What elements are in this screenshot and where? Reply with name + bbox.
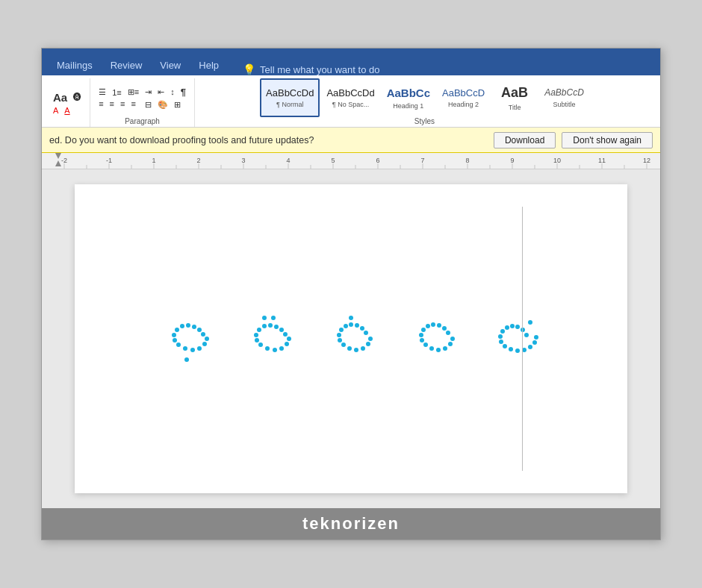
style-nospace-label: ¶ No Spac...	[332, 101, 369, 108]
svg-point-48	[510, 324, 515, 328]
arabic-letter-ta	[239, 301, 299, 376]
notification-bar: ed. Do you want to download proofing too…	[42, 128, 660, 153]
svg-point-78	[355, 323, 359, 328]
svg-point-58	[532, 340, 537, 345]
styles-scroll-area: AaBbCcDd ¶ Normal AaBbCcDd ¶ No Spac... …	[260, 78, 589, 117]
svg-text:4: 4	[286, 157, 290, 164]
svg-point-68	[420, 338, 424, 343]
shading-btn[interactable]: 🎨	[155, 99, 170, 110]
svg-point-111	[175, 328, 179, 332]
svg-point-115	[183, 346, 187, 351]
watermark-text: teknorizen	[302, 514, 400, 533]
dont-show-again-button[interactable]: Don't show again	[562, 132, 653, 148]
svg-text:7: 7	[420, 157, 424, 164]
style-h1-label: Heading 1	[393, 102, 423, 110]
svg-point-45	[524, 333, 529, 337]
justify-btn[interactable]: ≡	[128, 98, 137, 109]
indent-group-btn[interactable]: ⊟	[143, 99, 154, 110]
notification-text: ed. Do you want to download proofing too…	[49, 135, 488, 146]
numbering-btn[interactable]: 1≡	[110, 87, 124, 98]
arabic-letter-ta-svg	[239, 301, 299, 376]
svg-point-65	[426, 324, 430, 328]
multilevel-btn[interactable]: ⊞≡	[125, 87, 141, 98]
svg-point-73	[448, 342, 453, 346]
ribbon-toolbar: Aa 🅐 A A ☰ 1≡ ⊞≡	[42, 75, 660, 128]
tab-review[interactable]: Review	[102, 55, 152, 75]
svg-text:12: 12	[643, 157, 650, 164]
svg-point-47	[515, 325, 520, 329]
svg-text:-1: -1	[106, 157, 112, 164]
font-color-btn[interactable]: A	[62, 105, 72, 116]
spacing-row: ⊟ 🎨 ⊞	[143, 99, 188, 110]
group-styles: AaBbCcDd ¶ Normal AaBbCcDd ¶ No Spac... …	[198, 78, 654, 127]
svg-rect-1	[42, 169, 660, 169]
svg-point-54	[509, 347, 513, 351]
clear-format-btn[interactable]: 🅐	[71, 92, 84, 102]
svg-point-119	[205, 337, 209, 341]
svg-point-90	[262, 316, 267, 320]
font-row-2: A A	[51, 105, 84, 116]
align-left-btn[interactable]: ≡	[96, 98, 105, 109]
indent-row-1: ⇥ ⇤ ↕ ¶	[143, 86, 188, 98]
rtl-btn[interactable]: ⇤	[155, 87, 167, 98]
bullets-btn[interactable]: ☰	[96, 87, 108, 98]
arabic-letter-ba-svg	[157, 301, 217, 376]
svg-point-120	[184, 357, 189, 362]
svg-point-105	[287, 337, 291, 341]
style-title-label: Title	[509, 104, 521, 111]
svg-point-83	[338, 338, 342, 343]
watermark-bar: teknorizen	[42, 508, 660, 539]
style-h1[interactable]: AaBbCc Heading 1	[382, 78, 435, 117]
show-hide-btn[interactable]: ¶	[178, 86, 188, 98]
svg-point-95	[268, 323, 273, 328]
tab-mailings[interactable]: Mailings	[48, 55, 102, 75]
tell-me-bar[interactable]: 💡 Tell me what you want to do	[243, 63, 379, 75]
align-right-btn[interactable]: ≡	[118, 98, 127, 109]
highlight-btn[interactable]: A	[51, 105, 60, 116]
svg-text:6: 6	[376, 157, 379, 164]
svg-text:9: 9	[510, 157, 514, 164]
align-center-btn[interactable]: ≡	[108, 98, 117, 109]
svg-point-46	[521, 328, 525, 332]
style-h2[interactable]: AaBbCcD Heading 2	[437, 78, 490, 117]
svg-point-87	[361, 346, 365, 351]
svg-point-118	[202, 342, 207, 346]
svg-point-72	[443, 346, 447, 351]
svg-point-101	[265, 346, 270, 351]
svg-point-100	[258, 343, 263, 347]
style-normal-preview: AaBbCcDd	[266, 87, 314, 100]
download-button[interactable]: Download	[494, 132, 556, 148]
style-subtitle[interactable]: AaBbCcD Subtitle	[539, 78, 589, 117]
tab-help[interactable]: Help	[190, 55, 228, 75]
svg-point-70	[429, 346, 434, 351]
svg-point-103	[279, 346, 284, 351]
svg-point-52	[499, 340, 503, 344]
svg-text:11: 11	[598, 157, 606, 164]
svg-text:1: 1	[152, 157, 155, 164]
tab-view[interactable]: View	[151, 55, 190, 75]
svg-point-81	[339, 328, 344, 332]
font-size-btn[interactable]: Aa	[51, 90, 69, 104]
svg-point-60	[528, 320, 532, 325]
sort-btn[interactable]: ↕	[168, 87, 177, 97]
svg-point-92	[283, 332, 288, 337]
border-btn[interactable]: ⊞	[172, 99, 183, 110]
svg-point-62	[442, 326, 447, 331]
arabic-letter-fa-svg	[485, 301, 545, 376]
style-nospace[interactable]: AaBbCcDd ¶ No Spac...	[321, 78, 379, 117]
svg-point-109	[186, 323, 190, 328]
svg-point-80	[344, 324, 348, 328]
ltr-btn[interactable]: ⇥	[143, 87, 154, 98]
list-row-2: ≡ ≡ ≡ ≡	[96, 98, 141, 109]
style-normal[interactable]: AaBbCcDd ¶ Normal	[260, 78, 320, 117]
svg-point-50	[500, 329, 505, 334]
style-title[interactable]: AaB Title	[491, 78, 538, 117]
font-row-1: Aa 🅐	[51, 90, 84, 104]
svg-point-86	[354, 348, 358, 352]
svg-point-106	[201, 332, 205, 337]
svg-point-57	[528, 345, 532, 349]
svg-point-59	[534, 335, 538, 340]
indent-group: ⇥ ⇤ ↕ ¶ ⊟ 🎨 ⊞	[143, 86, 188, 110]
group-font-size: Aa 🅐 A A	[48, 78, 90, 127]
font-size-group: Aa 🅐 A A	[51, 90, 84, 116]
